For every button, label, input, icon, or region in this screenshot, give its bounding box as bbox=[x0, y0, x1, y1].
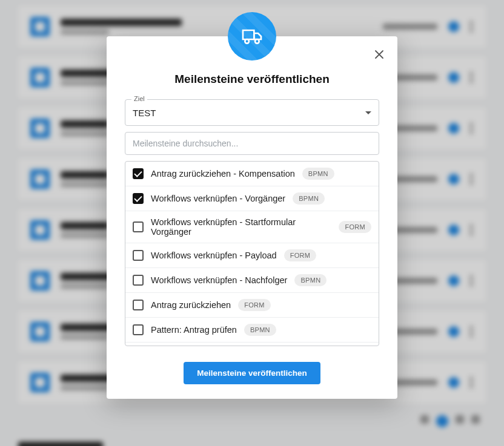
milestone-type-tag: BPMN bbox=[244, 324, 276, 336]
milestone-type-tag: FORM bbox=[339, 221, 371, 233]
milestone-item[interactable]: Antrag zurückziehen - KompensationBPMN bbox=[125, 162, 379, 186]
svg-point-1 bbox=[255, 39, 259, 44]
milestone-item[interactable]: Workflows verknüpfen - VorgängerBPMN bbox=[125, 186, 379, 211]
milestone-type-tag: BPMN bbox=[293, 192, 325, 205]
modal-overlay: Meilensteine veröffentlichen Ziel TEST A… bbox=[0, 0, 504, 446]
chevron-down-icon bbox=[365, 111, 371, 114]
milestone-type-tag: BPMN bbox=[294, 274, 327, 286]
target-select[interactable]: Ziel TEST bbox=[125, 99, 379, 126]
milestone-checkbox[interactable] bbox=[133, 275, 144, 286]
milestone-item[interactable]: Workflows verknüpfen - PayloadFORM bbox=[125, 243, 379, 268]
milestone-checkbox[interactable] bbox=[133, 193, 144, 204]
milestone-checkbox[interactable] bbox=[133, 250, 144, 261]
milestone-label: Workflows verknüpfen - Startformular Vor… bbox=[151, 217, 331, 237]
dialog-avatar-icon bbox=[228, 12, 276, 61]
milestone-checkbox[interactable] bbox=[133, 324, 144, 335]
milestone-checkbox[interactable] bbox=[133, 221, 144, 232]
milestone-label: Workflows verknüpfen - Vorgänger bbox=[151, 194, 285, 203]
truck-icon bbox=[240, 24, 264, 48]
milestone-item[interactable]: Antrag zurückziehenFORM bbox=[125, 293, 379, 318]
milestone-label: Workflows verknüpfen - Payload bbox=[151, 251, 277, 260]
milestone-checkbox[interactable] bbox=[133, 168, 144, 179]
milestone-type-tag: FORM bbox=[238, 299, 271, 311]
milestone-list[interactable]: Antrag zurückziehen - KompensationBPMNWo… bbox=[125, 161, 379, 346]
milestone-item[interactable]: Antrag zurückziehenBPMN bbox=[125, 343, 379, 346]
search-input[interactable] bbox=[133, 133, 371, 154]
close-button[interactable] bbox=[372, 47, 386, 62]
svg-point-0 bbox=[245, 39, 249, 44]
publish-button[interactable]: Meilensteine veröffentlichen bbox=[184, 362, 320, 384]
milestone-label: Workflows verknüpfen - Nachfolger bbox=[151, 275, 287, 285]
milestone-item[interactable]: Workflows verknüpfen - Startformular Vor… bbox=[125, 211, 379, 243]
milestone-item[interactable]: Pattern: Antrag prüfenBPMN bbox=[125, 318, 379, 343]
milestone-item[interactable]: Workflows verknüpfen - NachfolgerBPMN bbox=[125, 268, 379, 293]
target-select-value: TEST bbox=[133, 108, 365, 118]
milestone-type-tag: FORM bbox=[284, 249, 317, 261]
close-icon bbox=[374, 50, 384, 59]
publish-milestones-dialog: Meilensteine veröffentlichen Ziel TEST A… bbox=[107, 36, 397, 399]
milestone-label: Pattern: Antrag prüfen bbox=[151, 325, 237, 335]
search-field[interactable] bbox=[125, 132, 379, 155]
milestone-label: Antrag zurückziehen bbox=[151, 300, 231, 310]
target-select-label: Ziel bbox=[131, 95, 147, 102]
milestone-type-tag: BPMN bbox=[302, 168, 334, 180]
milestone-label: Antrag zurückziehen - Kompensation bbox=[151, 169, 295, 179]
milestone-checkbox[interactable] bbox=[133, 300, 144, 310]
dialog-title: Meilensteine veröffentlichen bbox=[107, 73, 397, 86]
